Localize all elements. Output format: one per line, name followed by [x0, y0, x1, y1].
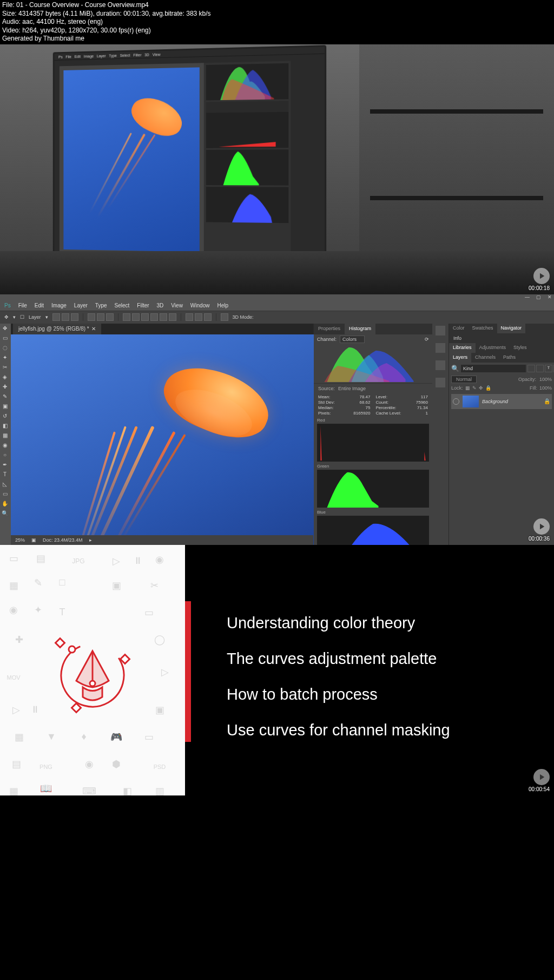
- background-layer[interactable]: Background 🔒: [451, 394, 552, 409]
- timestamp-1: 00:00:18: [529, 285, 550, 291]
- styles-tab[interactable]: Styles: [510, 343, 531, 353]
- histogram-tab[interactable]: Histogram: [345, 324, 375, 334]
- menu-window[interactable]: Window: [190, 302, 210, 308]
- histogram-green: [317, 470, 429, 508]
- color-tab[interactable]: Color: [449, 324, 469, 333]
- jellyfish-canvas-small: [63, 67, 199, 252]
- lock-pixels-icon[interactable]: ✎: [472, 385, 477, 391]
- topic-list: Understanding color theory The curves ad…: [227, 614, 450, 739]
- svg-point-5: [90, 681, 95, 686]
- eraser-icon[interactable]: ◧: [0, 421, 10, 431]
- video-metadata: File: 01 - Course Overview - Course Over…: [0, 0, 554, 44]
- topic-4: Use curves for channel masking: [227, 721, 450, 739]
- play-icon[interactable]: [533, 518, 550, 535]
- wand-tool-icon[interactable]: ✦: [0, 353, 10, 363]
- thumbnail-frame-3: ▭▤JPG▷⏸◉ ▦✎□▣✂ ◉✦T▭ ✚◯ MOV▷ ▷⏸▣ ▦▼♦🎮▭ ▤P…: [0, 545, 554, 795]
- paths-tab[interactable]: Paths: [499, 353, 519, 363]
- history-brush-icon[interactable]: ↺: [0, 411, 10, 421]
- histogram-colors: [317, 344, 429, 382]
- strip-icon-1[interactable]: [436, 326, 445, 336]
- hand-tool-icon[interactable]: ✋: [0, 499, 10, 509]
- lock-position-icon[interactable]: ✥: [479, 385, 483, 391]
- move-tool-icon[interactable]: ✥: [0, 324, 10, 333]
- menu-bar[interactable]: Ps File Edit Image Layer Type Select Fil…: [0, 301, 554, 311]
- topic-1: Understanding color theory: [227, 614, 450, 632]
- strip-icon-2[interactable]: [436, 343, 445, 353]
- shape-icon[interactable]: ▭: [0, 489, 10, 499]
- path-icon[interactable]: ◺: [0, 479, 10, 489]
- thumbnail-frame-1: PsFileEditImageLayerTypeSelectFilter3DVi…: [0, 44, 554, 294]
- info-panel[interactable]: Info: [449, 333, 554, 343]
- eyedropper-icon[interactable]: ◈: [0, 372, 10, 382]
- healing-icon[interactable]: ✚: [0, 382, 10, 392]
- histogram-stats: Mean:78.47 Level:117 Std Dev:68.62 Count…: [314, 393, 432, 417]
- properties-tab[interactable]: Properties: [314, 324, 345, 334]
- stamp-tool-icon[interactable]: ▣: [0, 402, 10, 411]
- strip-icon-4[interactable]: [436, 378, 445, 387]
- layers-panel: 🔍 T Normal Opacity:100% Lock: ▦ ✎ ✥ 🔒 Fi…: [449, 363, 554, 411]
- channel-select[interactable]: Colors: [340, 336, 365, 343]
- histogram-combined-small: [206, 63, 289, 101]
- type-tool-icon[interactable]: T: [0, 470, 10, 479]
- visibility-icon[interactable]: [453, 398, 459, 405]
- layer-filter[interactable]: [461, 365, 526, 372]
- libraries-tab[interactable]: Libraries: [449, 343, 476, 353]
- meta-video: Video: h264, yuv420p, 1280x720, 30.00 fp…: [2, 27, 552, 35]
- play-icon[interactable]: [533, 769, 550, 785]
- channels-tab[interactable]: Channels: [471, 353, 499, 363]
- menu-image[interactable]: Image: [51, 302, 67, 308]
- menu-view[interactable]: View: [171, 302, 183, 308]
- dodge-icon[interactable]: ○: [0, 450, 10, 460]
- timestamp-3: 00:00:54: [529, 786, 550, 792]
- document-tab[interactable]: jellyfish.jpg @ 25% (RGB/8) *✕: [13, 324, 101, 334]
- pen-tool-icon[interactable]: ✒: [0, 460, 10, 470]
- menu-edit[interactable]: Edit: [35, 302, 44, 308]
- marquee-tool-icon[interactable]: ▭: [0, 333, 10, 343]
- lasso-tool-icon[interactable]: ◌: [0, 343, 10, 353]
- swatches-tab[interactable]: Swatches: [469, 324, 497, 333]
- close-tab-icon[interactable]: ✕: [91, 326, 96, 332]
- panel-strip[interactable]: [432, 324, 449, 545]
- meta-gen: Generated by Thumbnail me: [2, 35, 552, 43]
- svg-rect-1: [56, 639, 65, 648]
- brush-tool-icon[interactable]: ✎: [0, 392, 10, 402]
- accent-bar: [185, 601, 191, 742]
- adjustments-tab[interactable]: Adjustments: [476, 343, 510, 353]
- topic-2: The curves adjustment palette: [227, 650, 450, 668]
- move-tool-icon[interactable]: ✥: [4, 314, 9, 320]
- meta-file: File: 01 - Course Overview - Course Over…: [2, 1, 552, 10]
- lock-transparent-icon[interactable]: ▦: [465, 385, 470, 391]
- lock-badge-icon: 🔒: [544, 398, 550, 404]
- right-panels: Color Swatches Navigator Info Libraries …: [449, 324, 554, 545]
- type-filter-icon[interactable]: T: [545, 365, 552, 372]
- thumbnail-frame-2: —▢✕ Ps File Edit Image Layer Type Select…: [0, 294, 554, 545]
- tools-panel[interactable]: ✥ ▭ ◌ ✦ ✂ ◈ ✚ ✎ ▣ ↺ ◧ ▦ ◉ ○ ✒ T ◺ ▭ ✋ 🔍: [0, 324, 11, 545]
- refresh-icon[interactable]: ⟳: [425, 337, 429, 342]
- menu-type[interactable]: Type: [95, 302, 107, 308]
- pen-tool-illustration: [49, 632, 136, 719]
- gradient-icon[interactable]: ▦: [0, 431, 10, 440]
- blur-icon[interactable]: ◉: [0, 440, 10, 450]
- menu-file[interactable]: File: [18, 302, 27, 308]
- window-controls[interactable]: —▢✕: [525, 294, 552, 300]
- histogram-red: [317, 424, 429, 462]
- layers-tab[interactable]: Layers: [449, 353, 471, 363]
- play-icon[interactable]: [533, 268, 550, 284]
- svg-point-4: [69, 646, 75, 653]
- crop-tool-icon[interactable]: ✂: [0, 363, 10, 372]
- menu-select[interactable]: Select: [115, 302, 130, 308]
- status-bar: 25% ▣ Doc: 23.4M/23.4M ▸: [11, 535, 313, 545]
- navigator-tab[interactable]: Navigator: [497, 324, 526, 333]
- meta-size: Size: 4314357 bytes (4.11 MiB), duration…: [2, 10, 552, 18]
- strip-icon-3[interactable]: [436, 360, 445, 370]
- blend-mode-select[interactable]: Normal: [451, 376, 477, 383]
- menu-filter[interactable]: Filter: [137, 302, 149, 308]
- timestamp-2: 00:00:36: [529, 536, 550, 542]
- menu-3d[interactable]: 3D: [157, 302, 164, 308]
- options-bar[interactable]: ✥ ▾ ☐ Layer▾ 3D Mode:: [0, 311, 554, 324]
- lock-all-icon[interactable]: 🔒: [485, 385, 491, 391]
- zoom-icon[interactable]: 🔍: [0, 509, 10, 518]
- menu-help[interactable]: Help: [217, 302, 228, 308]
- menu-layer[interactable]: Layer: [74, 302, 88, 308]
- histogram-green-small: [206, 149, 289, 185]
